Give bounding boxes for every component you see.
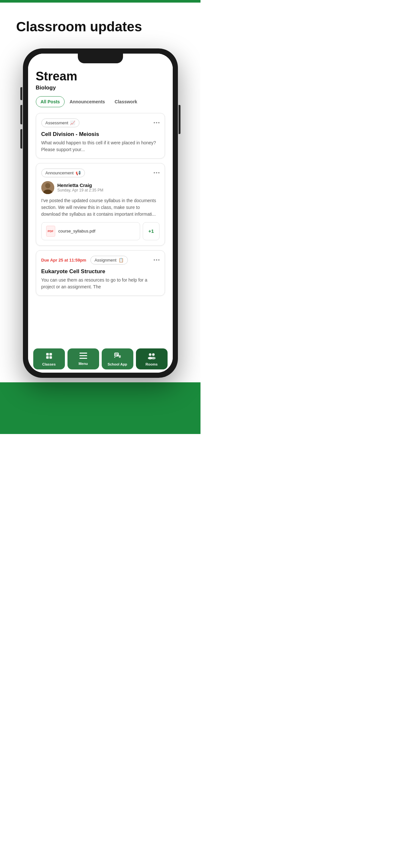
card-assessment[interactable]: Assessment 📈 Cell Division - Meiosis Wha… [36,113,165,159]
app-content: Stream Biology All Posts Announcements C… [28,70,173,296]
stream-title: Stream [36,70,165,83]
more-dot-4 [154,172,155,174]
card-assessment-header: Assessment 📈 [41,119,159,127]
assessment-more-btn[interactable] [154,122,159,123]
due-badge: Due Apr 25 at 11:59pm [41,258,87,262]
attachment-filename: course_syllabus.pdf [58,228,96,234]
svg-rect-4 [50,353,52,355]
assignment-card-body: You can use them as resources to go to f… [41,277,159,290]
svg-rect-12 [115,355,117,355]
menu-icon [80,352,87,361]
assignment-header-left: Due Apr 25 at 11:59pm Assignment 📋 [41,256,128,265]
attachment-row: PDF course_syllabus.pdf +1 [41,222,159,240]
school-app-icon [114,352,121,361]
attachment-plus[interactable]: +1 [143,222,159,240]
more-dot-1 [154,122,155,123]
assessment-badge: Assessment 📈 [41,119,80,127]
svg-point-18 [151,357,156,360]
classes-icon [45,352,53,361]
tabs-row: All Posts Announcements Classwork [36,96,165,107]
phone-btn-vol-up [20,105,22,124]
assignment-icon: 📋 [119,258,124,262]
more-dot-2 [156,122,157,123]
more-dot-8 [156,259,157,260]
assignment-card-title: Eukaryote Cell Structure [41,268,159,275]
bottom-green-bg [0,382,201,434]
phone-btn-vol-down [20,129,22,149]
svg-rect-8 [80,355,87,356]
nav-item-menu[interactable]: Menu [67,348,99,369]
tab-all-posts[interactable]: All Posts [36,96,65,107]
top-bar [0,0,201,3]
announcement-icon: 📢 [75,170,81,175]
assessment-card-title: Cell Division - Meiosis [41,131,159,137]
svg-rect-3 [46,353,49,355]
attachment-pdf[interactable]: PDF course_syllabus.pdf [41,222,141,240]
subject-title: Biology [36,85,165,91]
screen-inner: Stream Biology All Posts Announcements C… [28,54,173,373]
assignment-badge: Assignment 📋 [90,256,128,265]
tab-announcements[interactable]: Announcements [65,96,110,107]
phone-mockup: Stream Biology All Posts Announcements C… [23,49,178,378]
author-name: Henrietta Craig [58,182,104,188]
card-assignment-header: Due Apr 25 at 11:59pm Assignment 📋 [41,256,159,265]
card-announcement-header: Announcement 📢 [41,168,159,177]
announcement-badge: Announcement 📢 [41,168,85,177]
more-dot-3 [158,122,159,123]
svg-rect-7 [80,352,87,353]
phone-notch [78,54,123,63]
phone-screen: Stream Biology All Posts Announcements C… [28,54,173,373]
more-dot-7 [154,259,155,260]
phone-btn-silent [20,87,22,100]
svg-rect-11 [115,353,118,354]
svg-rect-5 [46,356,49,359]
nav-label-classes: Classes [42,362,56,366]
svg-point-16 [152,353,155,356]
phone-btn-power [179,105,181,134]
svg-point-15 [149,353,151,356]
card-assignment[interactable]: Due Apr 25 at 11:59pm Assignment 📋 [36,250,165,296]
bottom-nav: Classes Menu [28,344,173,373]
nav-label-school-app: School App [107,362,127,366]
avatar [41,181,54,194]
card-announcement[interactable]: Announcement 📢 [36,163,165,246]
more-dot-5 [156,172,157,174]
author-row: Henrietta Craig Sunday, Apr 19 at 2:35 P… [41,181,159,194]
announcement-more-btn[interactable] [154,172,159,174]
page-title: Classroom updates [16,20,142,34]
more-dot-9 [158,259,159,260]
rooms-icon [148,352,156,361]
svg-rect-9 [80,358,87,359]
nav-label-menu: Menu [79,362,88,366]
svg-marker-13 [114,356,116,358]
scroll-fade-overlay [28,324,173,344]
assessment-card-body: What would happen to this cell if it wer… [41,140,159,153]
assessment-icon: 📈 [70,120,75,125]
assignment-more-btn[interactable] [154,259,159,260]
svg-rect-14 [119,355,121,358]
avatar-inner [41,181,54,194]
svg-point-1 [45,183,50,188]
tab-classwork[interactable]: Classwork [110,96,142,107]
svg-rect-10 [114,352,119,356]
author-date: Sunday, Apr 19 at 2:35 PM [58,188,104,192]
nav-item-school-app[interactable]: School App [102,348,133,369]
more-dot-6 [158,172,159,174]
author-info: Henrietta Craig Sunday, Apr 19 at 2:35 P… [58,182,104,192]
nav-item-classes[interactable]: Classes [33,348,65,369]
nav-label-rooms: Rooms [146,362,158,366]
phone-outer: Stream Biology All Posts Announcements C… [23,49,178,378]
announcement-card-body: I've posted the updated course syllabus … [41,197,159,218]
nav-item-rooms[interactable]: Rooms [136,348,167,369]
pdf-icon: PDF [46,226,55,237]
svg-rect-6 [50,356,52,359]
